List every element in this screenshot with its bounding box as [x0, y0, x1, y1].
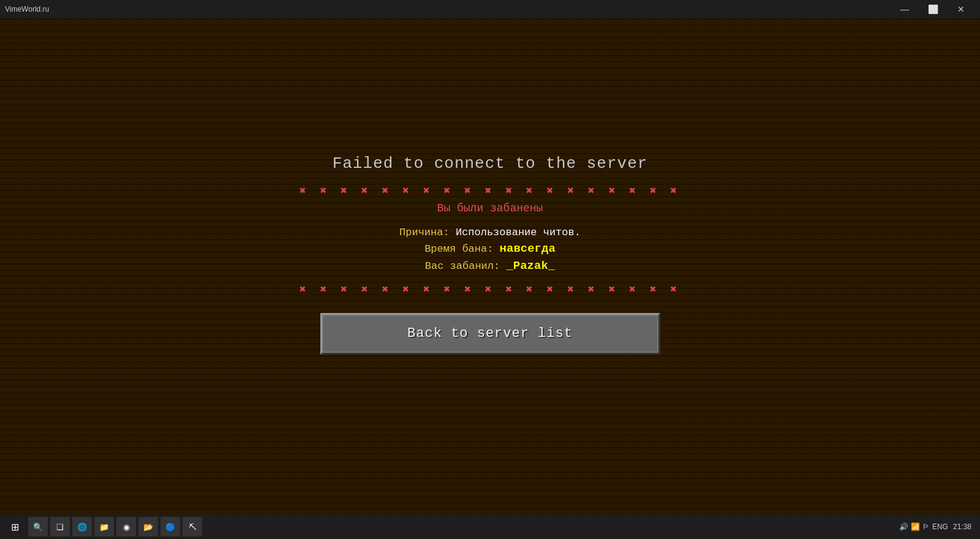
sound-icon: 🔊: [899, 522, 908, 531]
back-to-server-list-button[interactable]: Back to server list: [320, 313, 660, 355]
failed-title: Failed to connect to the server: [333, 154, 648, 173]
taskbar-time: 21:38: [953, 522, 971, 531]
time-display: 21:38: [953, 522, 971, 531]
folder-button[interactable]: 📁: [94, 517, 114, 537]
title-bar: VimeWorld.ru — ⬜ ✕: [0, 0, 980, 18]
chrome-button[interactable]: ◉: [116, 517, 136, 537]
minimize-button[interactable]: —: [891, 0, 919, 18]
network-icon: 📶: [911, 522, 920, 531]
edge-button[interactable]: 🌐: [72, 517, 92, 537]
lang-label: ENG: [932, 522, 948, 531]
time-line: Время бана: навсегда: [424, 242, 556, 255]
close-button[interactable]: ✕: [947, 0, 975, 18]
window-title: VimeWorld.ru: [5, 5, 49, 13]
time-label: Время бана:: [424, 243, 493, 255]
taskbar-right: 🔊 📶 🏳 ENG 21:38: [899, 522, 976, 531]
taskbar-system-icons: 🔊 📶 🏳 ENG: [899, 522, 948, 531]
time-value: навсегда: [500, 242, 556, 255]
reason-line: Причина: Использование читов.: [399, 227, 581, 238]
window-controls: — ⬜ ✕: [891, 0, 975, 18]
task-view-button[interactable]: ❑: [50, 517, 70, 537]
reason-value-text: Использование читов.: [456, 227, 581, 238]
content-panel: Failed to connect to the server ✖ ✖ ✖ ✖ …: [300, 154, 680, 355]
info-block: Причина: Использование читов. Время бана…: [399, 227, 581, 273]
minecraft-background: Failed to connect to the server ✖ ✖ ✖ ✖ …: [0, 18, 980, 514]
explorer-button[interactable]: 📂: [138, 517, 158, 537]
banned-by-value: _Pazak_: [506, 259, 555, 273]
start-button[interactable]: ⊞: [4, 517, 26, 537]
crosses-top: ✖ ✖ ✖ ✖ ✖ ✖ ✖ ✖ ✖ ✖ ✖ ✖ ✖ ✖ ✖ ✖ ✖ ✖ ✖: [300, 184, 680, 197]
crosses-bottom: ✖ ✖ ✖ ✖ ✖ ✖ ✖ ✖ ✖ ✖ ✖ ✖ ✖ ✖ ✖ ✖ ✖ ✖ ✖: [300, 282, 680, 296]
search-button[interactable]: 🔍: [28, 517, 48, 537]
banned-by-line: Вас забанил: _Pazak_: [425, 259, 555, 273]
maximize-button[interactable]: ⬜: [919, 0, 947, 18]
banned-by-label: Вас забанил:: [425, 260, 500, 272]
minecraft-taskbar-button[interactable]: ⛏: [183, 517, 202, 537]
banned-text: Вы были забанены: [437, 202, 543, 214]
taskbar: ⊞ 🔍 ❑ 🌐 📁 ◉ 📂 🔵 ⛏ 🔊 📶 🏳 ENG 21:38: [0, 514, 980, 539]
reason-label: Причина:: [399, 227, 450, 238]
flag-icon: 🏳: [922, 522, 930, 531]
app1-button[interactable]: 🔵: [160, 517, 180, 537]
